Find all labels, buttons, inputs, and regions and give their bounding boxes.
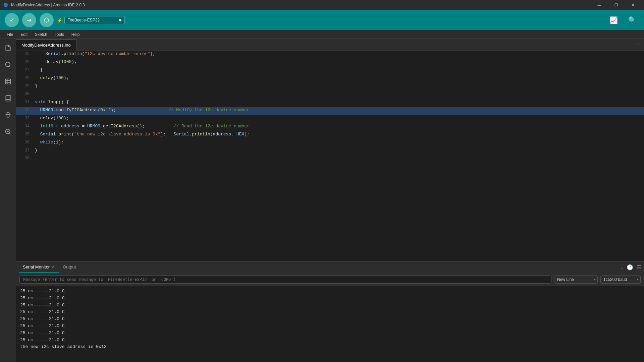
menu-item-edit[interactable]: Edit <box>17 32 31 38</box>
serial-plotter-button[interactable]: 📈 <box>606 13 621 27</box>
upload-button[interactable]: ➜ <box>22 13 36 27</box>
code-line-27: 27 } <box>16 67 644 75</box>
code-line-31: 31 void loop() { <box>16 99 644 107</box>
debugger-button[interactable]: ⬡ <box>40 13 54 27</box>
code-line-36: 36 while(1); <box>16 139 644 147</box>
code-line-28: 28 delay(100); <box>16 75 644 83</box>
code-line-37: 37 } <box>16 147 644 156</box>
baud-selector[interactable]: 9600 baud 19200 baud 38400 baud 57600 ba… <box>600 276 641 284</box>
serial-monitor-button[interactable]: 🔍 <box>625 13 639 27</box>
menu-item-tools[interactable]: Tools <box>51 32 67 38</box>
code-line-25: 25 Serial.println("I2c device number err… <box>16 51 644 59</box>
newline-selector-wrap: No Line Ending New Line Carriage Return … <box>554 276 598 284</box>
panel-tab-bar: Serial Monitor ✕ Output ↓ 🕐 ☰ <box>16 262 644 273</box>
tab-label: ModifyDeviceAddress.ino <box>21 43 71 48</box>
menu-item-help[interactable]: Help <box>68 32 83 38</box>
menu-item-file[interactable]: File <box>3 32 16 38</box>
svg-line-8 <box>9 133 10 134</box>
titlebar: 🔵 ModifyDeviceAddress | Arduino IDE 2.0.… <box>0 0 644 10</box>
sidebar-item-library[interactable] <box>2 93 14 104</box>
sidebar-item-search2[interactable] <box>2 126 14 137</box>
code-line-29: 29 } <box>16 83 644 91</box>
verify-button[interactable]: ✓ <box>5 13 19 27</box>
svg-point-0 <box>5 62 10 67</box>
board-selector[interactable]: FireBeetle-ESP32 <box>64 16 125 24</box>
serial-line-3: 25 cm------21.0 C <box>20 302 640 309</box>
toolbar: ✓ ➜ ⬡ ⚡ FireBeetle-ESP32 📈 🔍 <box>0 10 644 30</box>
scroll-down-icon[interactable]: ↓ <box>621 264 623 270</box>
code-line-30: 30 <box>16 91 644 99</box>
sidebar <box>0 39 16 362</box>
serial-line-4: 25 cm------21.0 C <box>20 309 640 316</box>
tab-output[interactable]: Output <box>59 262 80 273</box>
toolbar-right: 📈 🔍 <box>606 13 639 27</box>
minimize-button[interactable]: — <box>592 0 607 10</box>
svg-rect-2 <box>5 79 10 84</box>
panel-right-icons: ↓ 🕐 ☰ <box>621 262 641 273</box>
board-selector-wrap: ⚡ FireBeetle-ESP32 <box>57 16 125 24</box>
tab-serial-monitor[interactable]: Serial Monitor ✕ <box>19 262 59 273</box>
maximize-button[interactable]: ❐ <box>608 0 624 10</box>
content-area: ModifyDeviceAddress.ino ··· 25 Serial.pr… <box>16 39 644 362</box>
serial-monitor-close[interactable]: ✕ <box>52 265 55 269</box>
serial-line-7: 25 cm------21.0 C <box>20 330 640 337</box>
sidebar-item-boards[interactable] <box>2 76 14 87</box>
bottom-panel: Serial Monitor ✕ Output ↓ 🕐 ☰ No Line En… <box>16 261 644 362</box>
app-icon: 🔵 <box>3 3 8 7</box>
serial-line-2: 25 cm------21.0 C <box>20 295 640 302</box>
code-line-35: 35 Serial.print("the new i2c slave addre… <box>16 131 644 139</box>
window-controls: — ❐ ✕ <box>592 0 641 10</box>
code-editor[interactable]: 25 Serial.println("I2c device number err… <box>16 51 644 261</box>
serial-line-last: the new i2c slave address is 0x12 <box>20 344 640 351</box>
code-line-34: 34 int16_t address = URM09.getI2CAddress… <box>16 123 644 131</box>
code-line-38: 38 <box>16 156 644 164</box>
tab-modify-device-address[interactable]: ModifyDeviceAddress.ino <box>16 39 76 51</box>
app-title: ModifyDeviceAddress | Arduino IDE 2.0.3 <box>11 3 85 7</box>
svg-line-1 <box>9 66 10 67</box>
tab-bar: ModifyDeviceAddress.ino ··· <box>16 39 644 51</box>
sidebar-item-debug[interactable] <box>2 109 14 121</box>
menu-icon[interactable]: ☰ <box>637 264 641 270</box>
serial-toolbar: No Line Ending New Line Carriage Return … <box>16 273 644 286</box>
serial-output: 25 cm------21.0 C 25 cm------21.0 C 25 c… <box>16 286 644 362</box>
svg-rect-6 <box>7 115 9 117</box>
message-input[interactable] <box>19 276 551 284</box>
timestamp-icon[interactable]: 🕐 <box>627 264 633 270</box>
code-line-32: 32 URM09.modifyI2CAddress(0x12); // Modi… <box>16 107 644 115</box>
sidebar-item-search[interactable] <box>2 59 14 70</box>
main-layout: ModifyDeviceAddress.ino ··· 25 Serial.pr… <box>0 39 644 362</box>
menubar: FileEditSketchToolsHelp <box>0 30 644 39</box>
serial-line-1: 25 cm------21.0 C <box>20 288 640 295</box>
serial-line-8: 25 cm------21.0 C <box>20 337 640 344</box>
newline-selector[interactable]: No Line Ending New Line Carriage Return … <box>554 276 598 284</box>
sidebar-item-files[interactable] <box>2 42 14 54</box>
serial-line-6: 25 cm------21.0 C <box>20 323 640 330</box>
output-label: Output <box>63 264 76 269</box>
serial-line-5: 25 cm------21.0 C <box>20 316 640 323</box>
code-line-26: 26 delay(1000); <box>16 59 644 67</box>
menu-item-sketch[interactable]: Sketch <box>32 32 51 38</box>
close-button[interactable]: ✕ <box>625 0 641 10</box>
serial-monitor-label: Serial Monitor <box>23 264 50 269</box>
baud-selector-wrap: 9600 baud 19200 baud 38400 baud 57600 ba… <box>600 276 641 284</box>
code-line-33: 33 delay(100); <box>16 115 644 123</box>
tab-more-button[interactable]: ··· <box>633 39 644 51</box>
